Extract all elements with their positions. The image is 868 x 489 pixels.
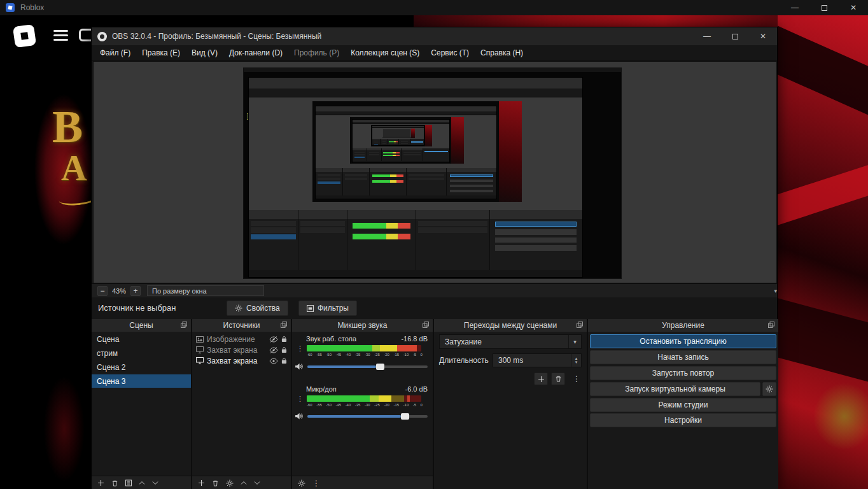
scene-item[interactable]: Сцена (92, 332, 191, 346)
transition-caret-icon[interactable]: ▾ (568, 335, 581, 348)
settings-button[interactable]: Настройки (590, 413, 776, 427)
source-item[interactable]: Захват экрана (192, 355, 291, 366)
roblox-menu-icon[interactable] (53, 30, 68, 41)
add-source-icon[interactable] (198, 479, 205, 486)
sources-dock: Источники Изображение Захват экр (192, 319, 291, 489)
controls-dock-header[interactable]: Управление (588, 319, 778, 332)
no-source-label: Источник не выбран (98, 303, 176, 313)
zoom-out-button[interactable]: − (97, 286, 108, 296)
duration-spin-arrows[interactable]: ▴ ▾ (571, 354, 581, 367)
roblox-logo-icon[interactable] (13, 24, 36, 48)
background-gold-glow (803, 372, 868, 461)
volume-slider-handle[interactable] (376, 364, 384, 370)
obs-window-title: OBS 32.0.4 - Профиль: Безымянный - Сцены… (112, 32, 321, 41)
mixer-settings-icon[interactable] (298, 479, 305, 487)
popout-icon[interactable] (281, 322, 287, 328)
duration-spinbox[interactable]: 300 ms ▴ ▾ (493, 353, 582, 367)
lock-icon[interactable] (281, 357, 287, 364)
menu-edit[interactable]: Правка (E) (136, 45, 186, 60)
stop-streaming-button[interactable]: Остановить трансляцию (590, 334, 776, 348)
transition-select[interactable]: Затухание ▾ (439, 334, 582, 349)
mixer-menu-icon[interactable]: ⋮ (312, 479, 320, 488)
gear-icon (235, 304, 242, 312)
scene-filters-icon[interactable] (125, 479, 132, 486)
mixer-channel-header: Звук раб. стола -16.8 dB (306, 335, 428, 343)
mixer-dock-title: Микшер звука (337, 321, 387, 330)
fit-mode-select[interactable]: По размеру окна (147, 285, 264, 296)
eye-icon[interactable] (269, 358, 278, 364)
scenes-dock: Сцены Сцена стрим Сцена 2 Сцена 3 (92, 319, 191, 489)
lock-icon[interactable] (281, 336, 287, 343)
scene-list: Сцена стрим Сцена 2 Сцена 3 (92, 332, 191, 476)
volume-slider[interactable] (307, 365, 428, 368)
move-scene-up-icon[interactable] (139, 481, 145, 485)
preview-nested-obs (248, 77, 582, 278)
start-replay-buffer-button[interactable]: Запустить повтор (590, 366, 776, 380)
screen: Roblox — ✕ B A OBS 32.0.4 - Профиль: Без… (0, 0, 868, 489)
move-source-up-icon[interactable] (241, 481, 247, 485)
roblox-game-background-right (778, 15, 868, 489)
menu-profile[interactable]: Профиль (P) (288, 45, 345, 60)
filters-button[interactable]: Фильтры (298, 301, 357, 316)
volume-slider[interactable] (307, 415, 428, 418)
eye-off-icon[interactable] (269, 336, 278, 343)
source-item[interactable]: Захват экрана (192, 344, 291, 355)
start-virtual-camera-button[interactable]: Запуск виртуальной камеры (590, 382, 760, 396)
roblox-maximize-icon[interactable] (809, 0, 839, 15)
preview-area[interactable]: B A (93, 61, 777, 283)
eye-off-icon[interactable] (269, 347, 278, 353)
move-scene-down-icon[interactable] (152, 481, 158, 485)
speaker-icon[interactable] (295, 412, 303, 420)
source-item[interactable]: Изображение (192, 334, 291, 344)
remove-source-icon[interactable] (212, 479, 219, 487)
preview-captured-screen: B A (244, 68, 621, 278)
start-recording-button[interactable]: Начать запись (590, 350, 776, 364)
obs-titlebar: OBS 32.0.4 - Профиль: Безымянный - Сцены… (92, 27, 777, 45)
add-transition-icon[interactable] (534, 372, 548, 385)
scene-item-selected[interactable]: Сцена 3 (92, 374, 191, 388)
fit-mode-caret-icon[interactable]: ▾ (774, 288, 777, 294)
transition-menu-icon[interactable]: ⋮ (573, 374, 580, 383)
popout-icon[interactable] (768, 322, 774, 328)
move-source-down-icon[interactable] (254, 481, 260, 485)
popout-icon[interactable] (577, 322, 583, 328)
zoom-in-button[interactable]: + (130, 286, 141, 296)
mixer-channel-menu-icon[interactable]: ⋮ (297, 396, 304, 402)
scenes-dock-title: Сцены (129, 321, 153, 330)
preview-taskbar (244, 68, 621, 72)
menu-help[interactable]: Справка (H) (475, 45, 529, 60)
menu-docks[interactable]: Док-панели (D) (223, 45, 288, 60)
menu-file[interactable]: Файл (F) (94, 45, 136, 60)
transitions-dock-header[interactable]: Переходы между сценами (434, 319, 587, 332)
mixer-channel-header: Микр/доп -6.0 dB (306, 385, 428, 393)
obs-maximize-icon[interactable] (721, 27, 749, 45)
roblox-minimize-icon[interactable]: — (780, 0, 809, 15)
remove-scene-icon[interactable] (111, 479, 118, 487)
obs-app-icon (97, 32, 107, 41)
virtual-camera-settings-button[interactable] (762, 382, 776, 396)
studio-mode-button[interactable]: Режим студии (590, 398, 776, 412)
scene-item[interactable]: стрим (92, 346, 191, 360)
sources-dock-header[interactable]: Источники (192, 319, 291, 332)
speaker-icon[interactable] (295, 362, 303, 371)
volume-slider-handle[interactable] (401, 413, 409, 420)
properties-button[interactable]: Свойства (227, 301, 288, 316)
source-properties-icon[interactable] (226, 479, 234, 487)
scene-item[interactable]: Сцена 2 (92, 360, 191, 374)
mixer-channel-menu-icon[interactable]: ⋮ (297, 346, 304, 351)
scenes-dock-header[interactable]: Сцены (92, 319, 191, 332)
obs-minimize-icon[interactable]: — (693, 27, 721, 45)
popout-icon[interactable] (423, 322, 429, 328)
obs-close-icon[interactable]: ✕ (749, 27, 777, 45)
remove-transition-icon[interactable] (551, 372, 565, 385)
menu-scene-collection[interactable]: Коллекция сцен (S) (345, 45, 425, 60)
menu-tools[interactable]: Сервис (T) (425, 45, 475, 60)
popout-icon[interactable] (181, 322, 187, 328)
roblox-close-icon[interactable]: ✕ (839, 0, 868, 15)
mixer-dock-header[interactable]: Микшер звука (292, 319, 433, 332)
lock-icon[interactable] (281, 346, 287, 353)
add-scene-icon[interactable] (97, 479, 104, 486)
background-gold-letter-b: B (52, 101, 83, 153)
menu-view[interactable]: Вид (V) (186, 45, 223, 60)
duration-label: Длительность (439, 356, 489, 365)
